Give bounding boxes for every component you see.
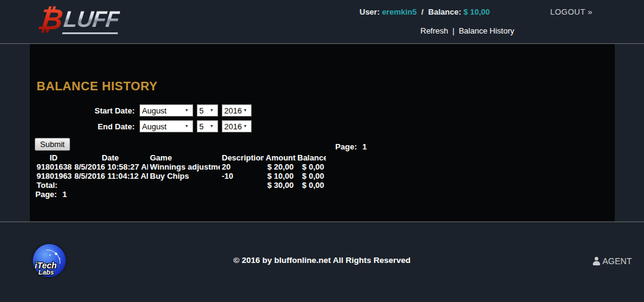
cell-id: 91801963 xyxy=(35,171,73,181)
table-row: 91801638 8/5/2016 10:58:27 AM Winnings a… xyxy=(35,162,326,171)
col-header-description: Description xyxy=(220,153,264,162)
total-balance: $ 0,00 xyxy=(295,181,326,190)
submit-row: Submit Page:1 xyxy=(35,138,367,153)
pager-bottom: Page:1 xyxy=(35,190,615,199)
user-balance-separator: / xyxy=(419,7,426,16)
start-month-select-wrap: August xyxy=(140,104,193,117)
cell-amount: $ 10,00 xyxy=(264,171,295,181)
pager-top-value: 1 xyxy=(363,142,367,151)
col-header-balance: Balance xyxy=(295,153,326,162)
user-label: User: xyxy=(359,7,380,16)
cell-date: 8/5/2016 10:58:27 AM xyxy=(73,162,148,171)
nav-balance-history-link[interactable]: Balance History xyxy=(459,26,514,35)
balance-history-panel: BALANCE HISTORY Start Date: August 5 201… xyxy=(30,44,615,221)
total-label: Total: xyxy=(35,181,73,190)
start-year-select[interactable]: 2016 xyxy=(222,104,252,117)
end-date-row: End Date: August 5 2016 xyxy=(35,120,615,132)
main-band: BALANCE HISTORY Start Date: August 5 201… xyxy=(0,44,644,221)
cell-balance: $ 0,00 xyxy=(295,171,326,181)
pager-top: Page:1 xyxy=(335,142,367,151)
end-month-select-wrap: August xyxy=(140,120,193,132)
top-header: ₿LUFF User: eremkin5 / Balance: $ 10,00 … xyxy=(0,0,644,44)
pager-top-label: Page: xyxy=(335,142,356,151)
end-date-label: End Date: xyxy=(35,122,140,131)
end-year-select-wrap: 2016 xyxy=(222,120,252,132)
end-day-select-wrap: 5 xyxy=(197,120,218,132)
submit-button[interactable]: Submit xyxy=(35,138,70,151)
bluff-logo[interactable]: ₿LUFF xyxy=(38,4,119,37)
bluff-logo-b-icon: ₿ xyxy=(36,4,65,35)
agent-link[interactable]: AGENT xyxy=(593,256,632,266)
username: eremkin5 xyxy=(382,7,417,16)
itech-text-line2: Labs xyxy=(35,269,57,276)
start-month-select[interactable]: August xyxy=(140,104,193,117)
cell-description: 20 xyxy=(220,162,264,171)
table-row: 91801963 8/5/2016 11:04:12 AM Buy Chips … xyxy=(35,171,326,181)
footer: iTech Labs © 2016 by bluffonline.net All… xyxy=(0,221,644,301)
start-day-select-wrap: 5 xyxy=(197,104,218,117)
cell-description: -10 xyxy=(220,171,264,181)
pager-bottom-value: 1 xyxy=(62,190,66,199)
end-year-select[interactable]: 2016 xyxy=(222,120,252,132)
nav-divider: | xyxy=(448,26,459,35)
total-amount: $ 30,00 xyxy=(264,181,295,190)
nav-refresh-link[interactable]: Refresh xyxy=(420,26,448,35)
start-day-select[interactable]: 5 xyxy=(197,104,218,117)
start-date-row: Start Date: August 5 2016 xyxy=(35,104,615,117)
person-icon xyxy=(593,257,601,265)
col-header-game: Game xyxy=(148,153,220,162)
cell-game: Winnings adjustment xyxy=(148,162,220,171)
agent-label: AGENT xyxy=(603,256,632,266)
cell-balance: $ 0,00 xyxy=(295,162,326,171)
col-header-amount: Amount xyxy=(264,153,295,162)
cell-amount: $ 20,00 xyxy=(264,162,295,171)
col-header-id: ID xyxy=(35,153,73,162)
end-month-select[interactable]: August xyxy=(140,120,193,132)
header-nav: Refresh|Balance History xyxy=(420,26,514,35)
start-date-label: Start Date: xyxy=(35,106,140,115)
balance-value: $ 10,00 xyxy=(464,7,490,16)
table-header-row: ID Date Game Description Amount Balance xyxy=(35,153,326,162)
balance-label: Balance: xyxy=(428,7,461,16)
balance-history-table: ID Date Game Description Amount Balance … xyxy=(35,153,326,190)
table-total-row: Total: $ 30,00 $ 0,00 xyxy=(35,181,326,190)
cell-game: Buy Chips xyxy=(148,171,220,181)
col-header-date: Date xyxy=(73,153,148,162)
page-title: BALANCE HISTORY xyxy=(37,79,615,93)
cell-date: 8/5/2016 11:04:12 AM xyxy=(73,171,148,181)
end-day-select[interactable]: 5 xyxy=(197,120,218,132)
logout-link[interactable]: LOGOUT » xyxy=(550,7,593,16)
cell-id: 91801638 xyxy=(35,162,73,171)
pager-bottom-label: Page: xyxy=(35,190,57,199)
user-balance-info: User: eremkin5 / Balance: $ 10,00 xyxy=(359,7,490,16)
copyright-text: © 2016 by bluffonline.net All Rights Res… xyxy=(0,256,644,265)
start-year-select-wrap: 2016 xyxy=(222,104,252,117)
bluff-logo-text: LUFF xyxy=(62,7,120,34)
